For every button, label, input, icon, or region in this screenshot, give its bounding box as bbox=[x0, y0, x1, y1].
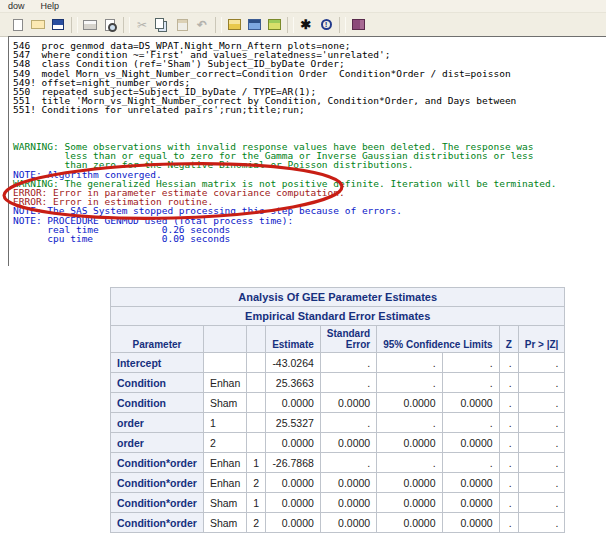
cell-level1: 1 bbox=[203, 413, 246, 433]
cell-cl-upper: . bbox=[442, 353, 499, 373]
menu-item-help[interactable]: Help bbox=[41, 1, 60, 11]
cell-cl-lower: 0.0000 bbox=[377, 433, 442, 453]
table-row: order20.00000.00000.00000.0000.. bbox=[111, 433, 565, 453]
table-subtitle: Empirical Standard Error Estimates bbox=[111, 307, 565, 326]
cell-cl-upper: . bbox=[442, 453, 499, 473]
cell-level2 bbox=[247, 393, 266, 413]
cell-z: . bbox=[499, 513, 518, 533]
cell-cl-lower: 0.0000 bbox=[377, 393, 442, 413]
copy-icon[interactable] bbox=[152, 16, 172, 34]
cell-estimate: 0.0000 bbox=[266, 513, 321, 533]
cell-estimate: 0.0000 bbox=[266, 493, 321, 513]
cell-level2 bbox=[247, 433, 266, 453]
cell-parameter: Condition*order bbox=[111, 513, 204, 533]
cell-cl-upper: 0.0000 bbox=[442, 493, 499, 513]
new-library-icon[interactable] bbox=[224, 16, 244, 34]
cell-level2 bbox=[247, 353, 266, 373]
paste-icon[interactable] bbox=[172, 16, 192, 34]
save-icon[interactable] bbox=[48, 16, 68, 34]
menu-item-window[interactable]: dow bbox=[8, 1, 25, 11]
cell-pr-z: . bbox=[518, 513, 565, 533]
cell-parameter: order bbox=[111, 413, 204, 433]
cell-pr-z: . bbox=[518, 433, 565, 453]
table-row: Condition*orderEnhan20.00000.00000.00000… bbox=[111, 473, 565, 493]
cell-parameter: Condition bbox=[111, 393, 204, 413]
help-book-icon[interactable] bbox=[348, 16, 368, 34]
cell-cl-upper: 0.0000 bbox=[442, 433, 499, 453]
cell-level2: 1 bbox=[247, 453, 266, 473]
cell-pr-z: . bbox=[518, 393, 565, 413]
cell-std-error: . bbox=[320, 413, 376, 433]
table-row: Condition*orderSham10.00000.00000.00000.… bbox=[111, 493, 565, 513]
cell-level1: Sham bbox=[203, 393, 246, 413]
col-header-estimate: Estimate bbox=[266, 326, 321, 353]
cell-level2 bbox=[247, 413, 266, 433]
cell-std-error: 0.0000 bbox=[320, 393, 376, 413]
cell-z: . bbox=[499, 393, 518, 413]
cell-level1: Enhan bbox=[203, 473, 246, 493]
gee-estimates-table: Analysis Of GEE Parameter EstimatesEmpir… bbox=[110, 287, 565, 533]
log-window[interactable]: 546 proc genmod data=DS_WPAT.Night_Morn_… bbox=[8, 36, 606, 266]
col-header-level1 bbox=[203, 326, 246, 353]
open-icon[interactable] bbox=[28, 16, 48, 34]
cell-std-error: . bbox=[320, 373, 376, 393]
cell-cl-upper: . bbox=[442, 413, 499, 433]
toolbar-separator bbox=[215, 17, 222, 33]
cell-z: . bbox=[499, 373, 518, 393]
toolbar-separator bbox=[123, 17, 130, 33]
col-header-parameter: Parameter bbox=[111, 326, 204, 353]
cell-std-error: 0.0000 bbox=[320, 473, 376, 493]
cell-pr-z: . bbox=[518, 353, 565, 373]
explorer-icon[interactable] bbox=[244, 16, 264, 34]
cell-estimate: 0.0000 bbox=[266, 433, 321, 453]
cut-icon[interactable]: ✂ bbox=[132, 16, 152, 34]
col-header-pr-z: Pr > |Z| bbox=[518, 326, 565, 353]
cell-z: . bbox=[499, 473, 518, 493]
cell-estimate: 25.3663 bbox=[266, 373, 321, 393]
cell-cl-upper: 0.0000 bbox=[442, 393, 499, 413]
cell-cl-upper: 0.0000 bbox=[442, 513, 499, 533]
log-line: cpu time 0.09 seconds bbox=[13, 234, 606, 243]
cell-estimate: 0.0000 bbox=[266, 473, 321, 493]
table-row: Condition*orderEnhan1-26.7868..... bbox=[111, 453, 565, 473]
print-preview-icon[interactable] bbox=[100, 16, 120, 34]
col-header-std-error: Standard Error bbox=[320, 326, 376, 353]
cell-level1: Sham bbox=[203, 493, 246, 513]
cell-pr-z: . bbox=[518, 473, 565, 493]
table-row: ConditionEnhan25.3663..... bbox=[111, 373, 565, 393]
toolbar: ✂↶✱! bbox=[0, 12, 606, 37]
cell-estimate: 0.0000 bbox=[266, 393, 321, 413]
cell-pr-z: . bbox=[518, 453, 565, 473]
cell-parameter: order bbox=[111, 433, 204, 453]
print-icon[interactable] bbox=[80, 16, 100, 34]
submit-icon[interactable]: ✱ bbox=[296, 16, 316, 34]
break-icon[interactable]: ! bbox=[316, 16, 336, 34]
cell-cl-lower: . bbox=[377, 453, 442, 473]
undo-icon[interactable]: ↶ bbox=[192, 16, 212, 34]
cell-pr-z: . bbox=[518, 413, 565, 433]
col-header-level2 bbox=[247, 326, 266, 353]
cell-cl-lower: . bbox=[377, 353, 442, 373]
cell-cl-lower: . bbox=[377, 413, 442, 433]
table-row: ConditionSham0.00000.00000.00000.0000.. bbox=[111, 393, 565, 413]
cell-pr-z: . bbox=[518, 373, 565, 393]
cell-cl-upper: . bbox=[442, 373, 499, 393]
cell-level2: 2 bbox=[247, 473, 266, 493]
new-document-icon[interactable] bbox=[8, 16, 28, 34]
log-line: 551! Conditions for unrelated pairs';run… bbox=[13, 105, 606, 114]
cell-pr-z: . bbox=[518, 493, 565, 513]
col-header-confidence-limits: 95% Confidence Limits bbox=[377, 326, 499, 353]
table-row: Intercept-43.0264..... bbox=[111, 353, 565, 373]
results-icon[interactable] bbox=[264, 16, 284, 34]
cell-std-error: . bbox=[320, 453, 376, 473]
cell-z: . bbox=[499, 413, 518, 433]
table-row: Condition*orderSham20.00000.00000.00000.… bbox=[111, 513, 565, 533]
cell-level2: 1 bbox=[247, 493, 266, 513]
table-title: Analysis Of GEE Parameter Estimates bbox=[111, 288, 565, 307]
log-line bbox=[13, 115, 606, 124]
cell-estimate: 25.5327 bbox=[266, 413, 321, 433]
cell-level1: Enhan bbox=[203, 373, 246, 393]
cell-cl-upper: 0.0000 bbox=[442, 473, 499, 493]
cell-parameter: Intercept bbox=[111, 353, 204, 373]
log-content: 546 proc genmod data=DS_WPAT.Night_Morn_… bbox=[9, 37, 606, 243]
